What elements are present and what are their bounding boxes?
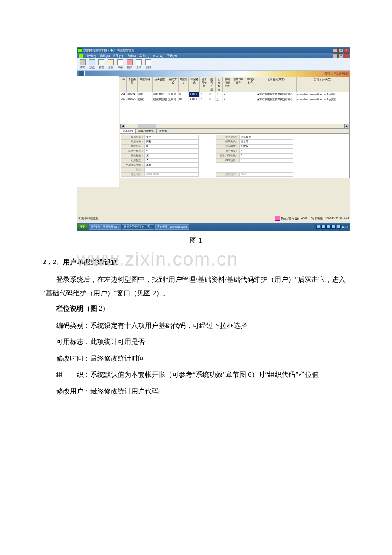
ime-keyboard-icon[interactable]: ⌨ (295, 217, 299, 220)
taskbar-item[interactable]: 数鹏协同管理平台 - [客... (122, 224, 154, 230)
field-value[interactable]: 正 (145, 153, 199, 158)
cell-czh: 深圳市数鹏伟业软件科技有限公 (256, 92, 297, 97)
mdi-maximize-icon[interactable]: □ (338, 53, 343, 58)
ime-icon[interactable] (275, 216, 280, 221)
cell-batch: 3 (208, 92, 216, 97)
close-icon[interactable]: × (344, 48, 349, 53)
field-value[interactable]: sj (145, 144, 199, 149)
field-value[interactable]: 流水号 (239, 139, 293, 144)
field-label: 单据号头： (121, 144, 145, 149)
关闭-button[interactable]: 关闭 (144, 59, 152, 69)
column-header[interactable]: ISO版本号 (245, 77, 256, 92)
column-header[interactable]: 公司台头(中文) (256, 77, 297, 92)
field-value[interactable]: sj0001 (145, 135, 199, 139)
column-header[interactable]: 批号长度 (208, 77, 216, 92)
status-message: 未找到异动的数据 (78, 217, 275, 220)
scroll-left-icon[interactable]: ◄ (120, 124, 125, 129)
field-label: 批号长度： (216, 149, 239, 153)
table-row[interactable]: 002xs0001线索线索单据类型流水号xsYYMM43正0深圳市数鹏伟业软件科… (120, 97, 349, 102)
column-header[interactable]: No (120, 77, 127, 92)
field-label: 修改用户： (216, 172, 239, 177)
field-label: 业务类型： (216, 135, 239, 139)
column-header[interactable]: 单据号头 (179, 77, 189, 92)
field-value[interactable]: 商机单据 (239, 135, 293, 139)
cell-sign: 正 (216, 97, 223, 102)
status-user: ADM (301, 217, 307, 220)
tray-icon[interactable] (316, 225, 320, 229)
cell-iso (232, 97, 245, 102)
scroll-thumb[interactable] (138, 124, 156, 128)
tray-icon[interactable] (337, 225, 341, 229)
minimize-icon[interactable]: _ (333, 48, 338, 53)
column-header[interactable]: 年编格式 (189, 77, 200, 92)
field-value[interactable]: 4 (145, 149, 199, 153)
cell-biz: 商机单据 (153, 92, 167, 97)
删除-button[interactable]: 删除 (126, 59, 133, 69)
查询-button[interactable]: 查询 (135, 59, 143, 69)
field-label: MRP场所： (216, 158, 239, 163)
column-header[interactable]: 流水号长度 (200, 77, 208, 92)
field-value[interactable] (239, 158, 293, 163)
field-value[interactable]: 0 (239, 153, 293, 158)
column-header[interactable]: 编码方式 (167, 77, 179, 92)
预览-button[interactable]: 预览 (88, 59, 96, 69)
样式-button[interactable]: 样式 (79, 59, 86, 69)
menu-view[interactable]: 查看(V) (113, 54, 123, 58)
tab-basic[interactable]: 基本资料 (120, 129, 136, 133)
tab-owner[interactable]: 所有者 (157, 129, 170, 133)
add-icon (98, 59, 104, 65)
menu-file[interactable]: 文件(F) (86, 54, 96, 58)
cell-flow: 4 (200, 97, 208, 102)
mdi-minimize-icon[interactable]: _ (333, 53, 338, 58)
taskbar-item[interactable]: 客户管理 - Microsoft Word (155, 224, 189, 230)
column-header[interactable]: 正负标志 (216, 77, 223, 92)
status-time: 2006-12-26 16:14:41 (325, 217, 349, 220)
column-header[interactable]: 公司台头(英文) (297, 77, 349, 92)
tab-print[interactable]: 表单打印格式 (136, 129, 157, 133)
field-value: ADM (239, 172, 293, 177)
column-header[interactable]: 单据名称 (138, 77, 153, 92)
field-label: 单据名称： (121, 139, 145, 144)
ime-tool-icon[interactable]: ✎ (292, 217, 294, 220)
tray-icon[interactable] (321, 225, 326, 229)
menu-edit[interactable]: 编辑(E) (100, 54, 110, 58)
start-button[interactable]: 开始 (78, 224, 88, 230)
taskbar-item[interactable]: 综合讨论 - 数鹏论坛 (w... (89, 224, 121, 230)
tree-panel[interactable] (77, 76, 119, 187)
data-grid[interactable]: No单据类型单据名称业务类型编码方式单据号头年编格式流水号长度批号长度正负标志限… (120, 77, 350, 129)
field-value[interactable]: 3 (239, 149, 293, 153)
scroll-right-icon[interactable]: ► (344, 124, 349, 129)
grid-scrollbar[interactable]: ◄ ► (120, 124, 349, 128)
menu-window[interactable]: 窗口(W) (153, 54, 163, 58)
field-value[interactable] (145, 158, 199, 163)
copy-icon (108, 59, 114, 65)
field-value[interactable]: 商机 (145, 139, 199, 144)
field-value[interactable]: YYMM (239, 144, 293, 149)
field-value: 2006-09-21 (145, 172, 199, 177)
table-row[interactable]: 001sj0001商机商机单据流水号sjYYMM43正0深圳市数鹏伟业软件科技有… (120, 92, 349, 97)
保存-button[interactable]: 保存 (116, 59, 124, 69)
column-header[interactable]: 单据类型 (127, 77, 138, 92)
toolbar-label: 关闭 (146, 66, 151, 69)
复制-button[interactable]: 复制 (107, 59, 115, 69)
maximize-icon[interactable]: □ (338, 48, 343, 53)
cell-iso (232, 92, 245, 97)
cell-isov (245, 92, 256, 97)
field-value (145, 168, 199, 172)
column-header[interactable]: 业务类型 (153, 77, 167, 92)
tray-icon[interactable] (326, 225, 331, 229)
tray-icon[interactable] (331, 225, 336, 229)
field-label: 年编格式： (216, 144, 239, 149)
column-header[interactable]: 限制打印次数 (223, 77, 232, 92)
field-label: 编码方式： (216, 139, 239, 144)
cell-limit: 0 (223, 97, 232, 102)
window-titlebar: 数鹏协同管理平台 - [客户单据类型设置] _ □ × (77, 47, 350, 53)
field-label: 正负标志： (121, 153, 145, 158)
field-value[interactable]: 商机 (145, 163, 199, 168)
mdi-close-icon[interactable]: × (344, 53, 349, 58)
menu-func[interactable]: 功能(L) (127, 54, 136, 58)
新增-button[interactable]: 新增 (98, 59, 105, 69)
column-header[interactable]: 表单ISO编号 (232, 77, 245, 92)
menu-help[interactable]: 帮助(H) (167, 54, 177, 58)
menu-tools[interactable]: 工具(T) (139, 54, 149, 58)
